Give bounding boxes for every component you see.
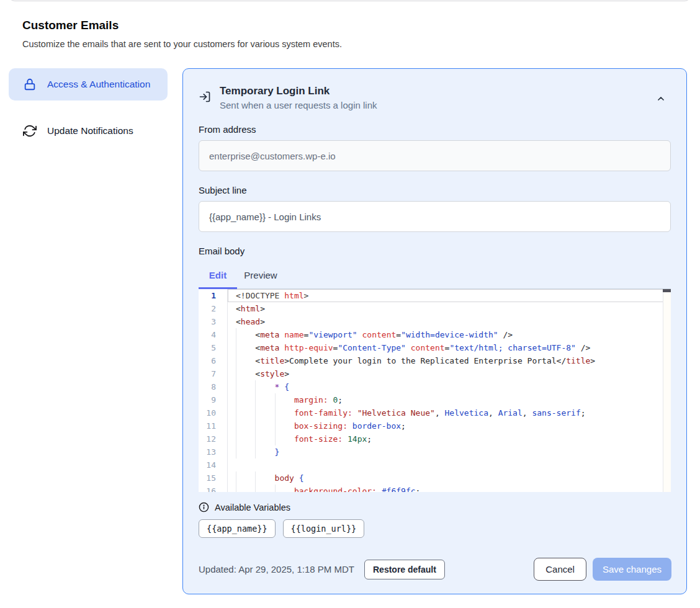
tab-edit[interactable]: Edit — [199, 264, 237, 289]
panel-subtitle: Sent when a user requests a login link — [220, 100, 377, 110]
editor-scrollbar-thumb[interactable] — [663, 289, 671, 292]
editor-scrollbar-track[interactable] — [663, 289, 671, 492]
subject-line-input[interactable] — [199, 201, 671, 232]
page-subtitle: Customize the emails that are sent to yo… — [22, 39, 581, 49]
cancel-button[interactable]: Cancel — [534, 558, 586, 581]
code-line[interactable]: 11box-sizing: border-box; — [199, 419, 671, 432]
subject-line-label: Subject line — [199, 185, 671, 195]
code-line[interactable]: 8* { — [199, 380, 671, 393]
line-number: 14 — [199, 458, 228, 472]
code-line[interactable]: 16background-color: #f6f9fc; — [199, 485, 671, 492]
code-line-content: font-family: "Helvetica Neue", Helvetica… — [228, 406, 671, 419]
temporary-login-link-panel: Temporary Login Link Sent when a user re… — [182, 68, 687, 594]
line-number: 1 — [199, 289, 228, 302]
code-line[interactable]: 10font-family: "Helvetica Neue", Helveti… — [199, 406, 671, 419]
code-line-content: * { — [228, 380, 671, 393]
variable-chip-app-name[interactable]: {{app_name}} — [199, 519, 276, 538]
updated-timestamp: Updated: Apr 29, 2025, 1:18 PM MDT — [199, 564, 354, 574]
variable-chips: {{app_name}} {{login_url}} — [199, 519, 671, 538]
code-editor[interactable]: 1<!DOCTYPE html>2<html>3<head>4<meta nam… — [199, 289, 671, 492]
tab-preview[interactable]: Preview — [237, 264, 284, 289]
code-line-content: <head> — [228, 315, 671, 328]
indent-guide — [236, 354, 255, 367]
code-line-content: box-sizing: border-box; — [228, 419, 671, 432]
code-line-content: <style> — [228, 367, 671, 380]
line-number: 10 — [199, 406, 228, 419]
panel-header: Temporary Login Link Sent when a user re… — [199, 85, 671, 110]
indent-guide — [275, 393, 294, 406]
code-line-content: <meta name="viewport" content="width=dev… — [228, 328, 671, 341]
line-number: 13 — [199, 445, 228, 458]
indent-guide — [275, 419, 294, 432]
line-number: 15 — [199, 472, 228, 485]
code-line[interactable]: 6<title>Complete your login to the Repli… — [199, 354, 671, 367]
line-number: 11 — [199, 419, 228, 432]
indent-guide — [275, 432, 294, 445]
available-variables-label: Available Variables — [215, 503, 290, 512]
sidebar-item-label: Access & Authentication — [47, 77, 150, 92]
code-line-content: margin: 0; — [228, 393, 671, 406]
sidebar-item-access-authentication[interactable]: Access & Authentication — [9, 68, 168, 101]
line-number: 6 — [199, 354, 228, 367]
code-line[interactable]: 9margin: 0; — [199, 393, 671, 406]
panel-titles: Temporary Login Link Sent when a user re… — [220, 85, 377, 110]
indent-guide — [275, 485, 294, 492]
indent-guide — [236, 380, 255, 393]
code-line-content: background-color: #f6f9fc; — [228, 485, 671, 492]
code-line-content: body { — [228, 472, 671, 485]
indent-guide — [236, 445, 255, 458]
line-number: 9 — [199, 393, 228, 406]
indent-guide — [236, 341, 255, 354]
save-changes-button[interactable]: Save changes — [593, 558, 671, 581]
code-line[interactable]: 2<html> — [199, 302, 671, 315]
code-line[interactable]: 12font-size: 14px; — [199, 432, 671, 445]
code-line-content: <meta http-equiv="Content-Type" content=… — [228, 341, 671, 354]
login-icon — [199, 91, 211, 103]
indent-guide — [255, 393, 274, 406]
from-address-label: From address — [199, 124, 671, 135]
code-line[interactable]: 5<meta http-equiv="Content-Type" content… — [199, 341, 671, 354]
indent-guide — [236, 367, 255, 380]
code-line[interactable]: 7<style> — [199, 367, 671, 380]
code-line-content: <!DOCTYPE html> — [228, 289, 671, 302]
sidebar-item-label: Update Notifications — [47, 123, 133, 138]
collapse-panel-button[interactable] — [656, 94, 666, 104]
previous-card-edge — [7, 0, 692, 1]
code-line[interactable]: 15body { — [199, 472, 671, 485]
chevron-up-icon — [656, 94, 666, 104]
code-line-content: } — [228, 445, 671, 458]
available-variables-row: Available Variables — [199, 502, 671, 512]
line-number: 12 — [199, 432, 228, 445]
info-icon — [199, 502, 209, 512]
from-address-input[interactable] — [199, 140, 671, 171]
indent-guide — [236, 328, 255, 341]
indent-guide — [236, 393, 255, 406]
code-line[interactable]: 1<!DOCTYPE html> — [199, 289, 671, 302]
code-line[interactable]: 13} — [199, 445, 671, 458]
indent-guide — [255, 485, 274, 492]
code-line-content — [228, 458, 671, 472]
code-line[interactable]: 4<meta name="viewport" content="width=de… — [199, 328, 671, 341]
email-body-label: Email body — [199, 246, 671, 256]
line-number: 8 — [199, 380, 228, 393]
indent-guide — [255, 472, 274, 485]
sidebar: Access & Authentication Update Notificat… — [9, 68, 168, 147]
restore-default-button[interactable]: Restore default — [364, 560, 445, 579]
line-number: 16 — [199, 485, 228, 492]
indent-guide — [236, 432, 255, 445]
indent-guide — [275, 406, 294, 419]
indent-guide — [255, 406, 274, 419]
code-editor-lines: 1<!DOCTYPE html>2<html>3<head>4<meta nam… — [199, 289, 671, 492]
code-line-content: <html> — [228, 302, 671, 315]
indent-guide — [255, 445, 274, 458]
indent-guide — [255, 432, 274, 445]
lock-icon — [23, 78, 37, 91]
variable-chip-login-url[interactable]: {{login_url}} — [283, 519, 365, 538]
sidebar-item-update-notifications[interactable]: Update Notifications — [9, 115, 168, 147]
line-number: 2 — [199, 302, 228, 315]
code-line-content: <title>Complete your login to the Replic… — [228, 354, 671, 367]
line-number: 7 — [199, 367, 228, 380]
code-line[interactable]: 3<head> — [199, 315, 671, 328]
line-number: 5 — [199, 341, 228, 354]
code-line[interactable]: 14 — [199, 458, 671, 472]
